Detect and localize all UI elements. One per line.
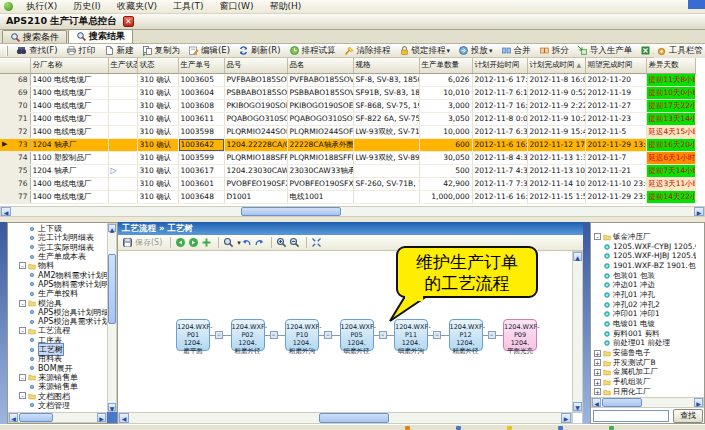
cell-prod-status[interactable]: ▷ [108,164,137,177]
cell-item-name[interactable]: PLQRMIO188SFFNO1202 [287,151,353,164]
cell-diff-days[interactable]: 延迟3天11小时 [646,177,695,190]
cell-expect-finish[interactable]: 2012-11-23 [585,112,646,125]
cell-status[interactable]: 310 确认 [137,73,178,86]
cell-expect-finish[interactable]: 2012-11-7 [585,151,646,164]
connector-minus-icon[interactable]: – [379,331,387,339]
cell-item-no[interactable]: PQABOGO310SOENO1205 [224,112,287,125]
cell-order-no[interactable]: 1003604 [178,86,224,99]
cell-item-name[interactable]: PKIBOGO190SOENO1205 [287,99,353,112]
factory-tree-item-6[interactable]: 冲孔01 冲孔 [592,290,696,300]
tab-search-criteria[interactable]: 搜索条件 [2,30,67,43]
cell-qty[interactable]: 500 [419,164,472,177]
cell-spec[interactable]: SF-260, SV-71B, 19... [353,177,419,190]
canvas-hscrollbar[interactable]: ◀ ▶ [118,412,572,424]
column-header[interactable]: 期望完成时间 [585,58,646,73]
toolbar-schedule-calc-button[interactable]: 排程试算 [285,45,340,57]
column-header[interactable]: 品名 [287,58,353,73]
cell-diff-days[interactable]: 延迟4天15小时 [646,125,695,138]
cell-prod-status[interactable] [108,99,137,112]
column-header[interactable]: 生产状态 [108,58,137,73]
cell-qty[interactable]: 10,010 [419,86,472,99]
toolbar-manage-button[interactable]: 工具栏管 [654,44,705,58]
cell-factory[interactable]: 1400 电线电缆厂 [30,73,108,86]
cell-prod-status[interactable] [108,151,137,164]
dropdown-caret-icon[interactable]: ▾ [447,47,451,55]
connector-minus-icon[interactable]: – [270,331,278,339]
cell-item-name[interactable]: PLQRMIO244SOFN94502 [287,125,353,138]
left-tree-hscrollbar[interactable]: ◀ ▶ [8,412,107,423]
cell-status[interactable]: 310 确认 [137,112,178,125]
cell-prod-status[interactable] [108,112,137,125]
report-tree-item-3[interactable]: 生产单成本表 [8,252,107,261]
table-row[interactable]: 721400 电线电缆厂310 确认1003598PLQRMIO244SOFN9… [0,125,695,138]
cell-plan-start[interactable]: 2012-11-7 6:36 [472,125,527,138]
cell-expect-finish[interactable]: 2012-11-29 13:47 [585,138,646,151]
cell-factory[interactable]: 1400 电线电缆厂 [30,112,108,125]
connector-minus-icon[interactable]: – [215,331,223,339]
factory-tree-item-11[interactable]: 前处理01 前处理 [592,339,696,349]
cell-plan-finish[interactable]: 2012-11-14 10:51 [527,177,585,190]
scroll-left-icon[interactable]: ◀ [119,413,129,423]
cell-expect-finish[interactable]: 2012-11-19 [585,86,646,99]
cell-status[interactable]: 310 确认 [137,99,178,112]
cell-spec[interactable]: SF-822 6A, SV-75, ... [353,112,419,125]
connector-minus-icon[interactable]: – [324,331,332,339]
cell-diff-days[interactable]: 提前17天22小时 [646,99,695,112]
toolbar-lock-button[interactable]: 锁定排程▾ [395,45,455,57]
cell-item-name[interactable]: PSBBABO185SOVWO1201 [287,86,353,99]
cell-status[interactable]: 310 确认 [137,190,178,203]
expand-icon[interactable]: + [594,388,601,395]
factory-tree-item-5[interactable]: 冲边01 冲边 [592,280,696,290]
collapse-icon[interactable]: - [19,374,26,381]
cell-item-name[interactable]: PVFBABO185SOVWT4101 [287,73,353,86]
process-node-6[interactable]: 1204.WXF-P12 1204.精磨外径 [449,319,483,351]
process-node-3[interactable]: 1204.WXF-P10 1204.粗磨外沟 [285,319,319,351]
factory-tree-item-12[interactable]: +安德鲁电子 [592,348,696,358]
cell-plan-start[interactable]: 2012-11-7 16:00 [472,99,527,112]
cell-qty[interactable]: 3,000 [419,99,472,112]
cell-plan-finish[interactable]: 2012-11-15 1:57 [527,190,585,203]
table-row[interactable]: 691400 电线电缆厂310 确认1003604PSBBABO185SOVWO… [0,86,695,99]
cell-plan-start[interactable]: 2012-11-8 4:38 [472,151,527,164]
cell-status[interactable]: 310 确认 [137,164,178,177]
cell-order-no[interactable]: 1003617 [178,164,224,177]
table-row[interactable]: 751204 轴承厂▷310 确认10036171204.23030CAW33/… [0,164,695,177]
factory-tree-item-14[interactable]: +金属机加工厂 [592,368,696,378]
cell-plan-start[interactable]: 2012-11-7 4:32 [472,164,527,177]
column-header[interactable]: 规格 [353,58,419,73]
scroll-left-icon[interactable]: ◀ [9,413,18,422]
factory-tree-item-2[interactable]: 1205.WXF-HJBJ 1205.钣金焊 [592,251,696,261]
cell-item-no[interactable]: 1204.23030CAW33/02 [224,164,287,177]
connector-minus-icon[interactable]: – [488,331,496,339]
left-tree-vscroll-thumb[interactable] [108,254,116,324]
factory-tree-item-3[interactable]: 1901.WXF-BZ 1901.包装 [592,261,696,271]
cell-plan-finish[interactable]: 2012-11-13 1:30 [527,151,585,164]
factory-search-button[interactable]: 查找 [673,409,703,423]
column-header[interactable]: 状态 [137,58,178,73]
save-icon[interactable] [122,237,133,248]
factory-tree-item-16[interactable]: +日用化工厂 [592,387,696,397]
cell-plan-start[interactable]: 2012-11-7 7:32 [472,177,527,190]
left-tree-vscrollbar[interactable]: ▲ ▼ [107,223,117,412]
factory-tree-hscroll-thumb[interactable] [602,398,642,407]
cell-spec[interactable] [353,164,419,177]
column-header[interactable]: 计划开始时间 [472,58,527,73]
cell-qty[interactable]: 3,050 [419,112,472,125]
cell-prod-status[interactable] [108,86,137,99]
cell-spec[interactable]: SF91B, SV-83, 1850... [353,86,419,99]
toolbar-refresh-button[interactable]: 刷新(R) [234,45,285,57]
cell-spec[interactable]: LW-93双绞, SV-89, ... [353,151,419,164]
cell-item-name[interactable]: PQABOGO310SOENO1205 [287,112,353,125]
canvas-vscrollbar[interactable]: ▲ ▼ [572,251,583,412]
cell-qty[interactable]: 6,026 [419,73,472,86]
cell-order-no[interactable]: 1003605 [178,73,224,86]
cell-factory[interactable]: 1204 轴承厂 [30,164,108,177]
table-row[interactable]: ▶731204 轴承厂310 确认10036421204.22228CA/012… [0,138,695,151]
column-header[interactable]: 生产单数量 [419,58,472,73]
expand-icon[interactable]: + [594,369,601,376]
left-tree-hscroll-thumb[interactable] [19,413,53,422]
zoom-in-icon[interactable] [276,237,287,248]
cell-spec[interactable]: SF-868, SV-75, 190... [353,99,419,112]
tab-search-results[interactable]: 搜索结果 [68,29,133,43]
scroll-right-icon[interactable]: ▶ [97,413,106,422]
